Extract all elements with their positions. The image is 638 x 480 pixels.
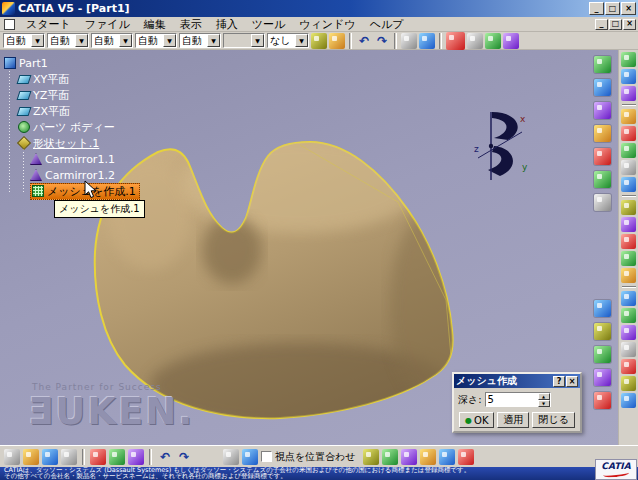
graphic-properties-combo-3[interactable]: 自動 ▼ [91,33,133,48]
close-dialog-button[interactable]: 閉じる [532,412,574,428]
mdi-close-button[interactable]: × [623,19,636,30]
right-tool-icon[interactable] [621,143,636,158]
new-document-icon[interactable] [4,449,20,465]
viewport-tool-icon[interactable] [594,148,611,165]
right-tool-icon[interactable] [621,69,636,84]
right-tool-icon[interactable] [621,342,636,357]
right-tool-icon[interactable] [621,359,636,374]
graphic-properties-combo-1[interactable]: 自動 ▼ [3,33,45,48]
render-style-combo[interactable]: なし ▼ [267,33,309,48]
right-tool-icon[interactable] [621,308,636,323]
analysis-icon[interactable] [485,33,501,49]
right-tool-icon[interactable] [621,160,636,175]
chevron-down-icon[interactable]: ▼ [31,34,44,47]
sketch-tools-icon[interactable] [467,33,483,49]
viewport-tool-icon[interactable] [594,171,611,188]
chevron-down-icon[interactable]: ▼ [75,34,88,47]
spin-up-icon[interactable]: ▲ [538,393,550,400]
viewport-tool-icon[interactable] [594,392,611,409]
chevron-down-icon[interactable]: ▼ [207,34,220,47]
3d-viewport[interactable]: Part1 XY平面 YZ平面 ZX平面 パーツ ボディー 形状セット.1 [0,50,618,445]
tree-node-xy-plane[interactable]: XY平面 [4,71,140,87]
lighting-icon[interactable] [419,33,435,49]
right-tool-icon[interactable] [621,52,636,67]
right-tool-icon[interactable] [621,291,636,306]
right-tool-icon[interactable] [621,376,636,391]
print-icon[interactable] [61,449,77,465]
dialog-close-icon[interactable]: × [566,376,578,387]
right-tool-icon[interactable] [621,234,636,249]
mdi-minimize-button[interactable]: _ [595,19,608,30]
tree-node-carmirror1-2[interactable]: Carmirror1.2 [4,167,140,183]
fly-through-icon[interactable] [242,449,258,465]
chevron-down-icon[interactable]: ▼ [295,34,308,47]
viewport-tool-icon[interactable] [594,56,611,73]
minimize-button[interactable]: _ [589,2,604,15]
viewport-tool-icon[interactable] [594,369,611,386]
tree-node-part1[interactable]: Part1 [4,55,140,71]
copy-icon[interactable] [109,449,125,465]
graph-icon[interactable] [420,449,436,465]
viewport-tool-icon[interactable] [594,125,611,142]
right-tool-icon[interactable] [621,325,636,340]
dialog-help-button[interactable]: ? [553,376,565,387]
dialog-titlebar[interactable]: メッシュ作成 ? × [454,374,580,388]
maximize-button[interactable]: □ [605,2,620,15]
tree-node-yz-plane[interactable]: YZ平面 [4,87,140,103]
palette-icon[interactable] [458,449,474,465]
paint-brush-icon[interactable] [329,33,345,49]
ok-button[interactable]: ● OK [459,412,494,428]
right-tool-icon[interactable] [621,393,636,408]
apply-button[interactable]: 適用 [497,412,529,428]
spin-down-icon[interactable]: ▼ [538,400,550,407]
undo-icon[interactable]: ↶ [356,33,372,49]
right-tool-icon[interactable] [621,217,636,232]
menu-tools[interactable]: ツール [245,17,293,32]
close-button[interactable]: × [621,2,636,15]
tree-node-carmirror1-1[interactable]: Carmirror1.1 [4,151,140,167]
viewport-tool-icon[interactable] [594,346,611,363]
right-tool-icon[interactable] [621,268,636,283]
viewport-tool-icon[interactable] [594,194,611,211]
redo-icon[interactable]: ↷ [176,449,192,465]
camera-view-icon[interactable] [401,33,417,49]
chevron-down-icon[interactable]: ▼ [163,34,176,47]
viewport-tool-icon[interactable] [594,102,611,119]
menu-insert[interactable]: 挿入 [209,17,245,32]
menu-file[interactable]: ファイル [78,17,137,32]
right-tool-icon[interactable] [621,251,636,266]
tree-node-create-mesh-selected[interactable]: メッシュを作成.1 [4,183,140,199]
menu-start[interactable]: スタート [19,17,78,32]
tree-node-partbody[interactable]: パーツ ボディー [4,119,140,135]
open-folder-icon[interactable] [23,449,39,465]
right-tool-icon[interactable] [621,177,636,192]
depth-input[interactable] [486,393,538,406]
mdi-restore-button[interactable]: □ [609,19,622,30]
tree-node-zx-plane[interactable]: ZX平面 [4,103,140,119]
tree-node-geometrical-set[interactable]: 形状セット.1 [4,135,140,151]
formula-fx-icon[interactable] [363,449,379,465]
fly-mode-compass-icon[interactable] [446,32,465,50]
viewport-tool-icon[interactable] [594,323,611,340]
cut-icon[interactable] [90,449,106,465]
menu-help[interactable]: ヘルプ [363,17,411,32]
viewport-tool-icon[interactable] [594,79,611,96]
right-tool-icon[interactable] [621,126,636,141]
right-tool-icon[interactable] [621,86,636,101]
menu-edit[interactable]: 編集 [137,17,173,32]
viewport-tool-icon[interactable] [594,300,611,317]
align-viewpoint-checkbox[interactable] [261,451,272,462]
menu-window[interactable]: ウィンドウ [292,17,362,32]
save-icon[interactable] [42,449,58,465]
chevron-down-icon[interactable]: ▼ [119,34,132,47]
redo-icon[interactable]: ↷ [374,33,390,49]
menu-view[interactable]: 表示 [173,17,209,32]
right-tool-icon[interactable] [621,109,636,124]
graphic-properties-combo-5[interactable]: 自動 ▼ [179,33,221,48]
pen-icon[interactable] [311,33,327,49]
paste-icon[interactable] [128,449,144,465]
axis-system-icon[interactable] [439,449,455,465]
catalog-icon[interactable] [401,449,417,465]
undo-icon[interactable]: ↶ [157,449,173,465]
graphic-properties-combo-4[interactable]: 自動 ▼ [135,33,177,48]
